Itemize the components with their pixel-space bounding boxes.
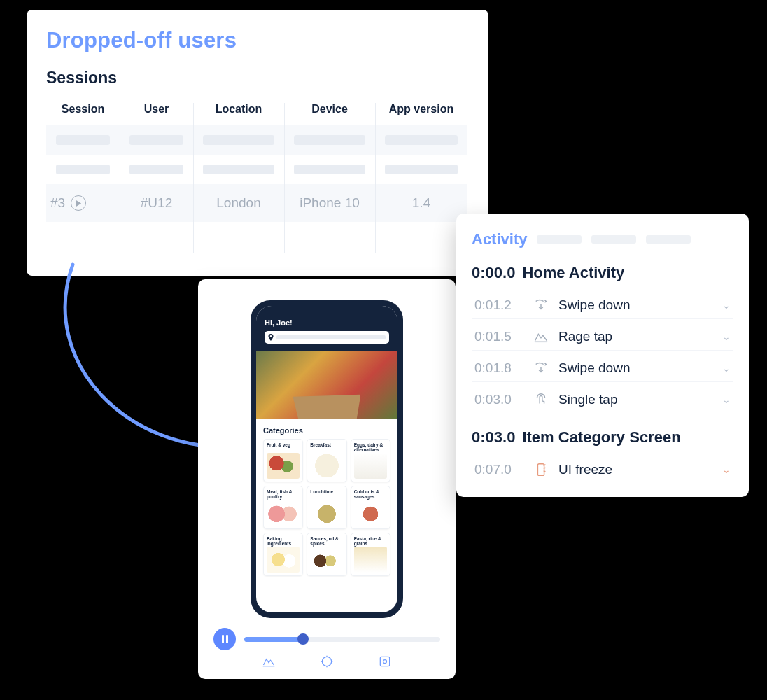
table-row[interactable]: [46, 125, 467, 155]
sessions-subtitle: Sessions: [46, 69, 469, 88]
tap-filter-icon[interactable]: [320, 654, 334, 668]
search-input[interactable]: [265, 331, 389, 344]
single-tap-icon: [533, 392, 549, 407]
device-frame: Hi, Joe! Categories Fruit & veg Breakfas…: [251, 300, 403, 618]
session-id: #3: [50, 195, 65, 211]
event-row[interactable]: 0:03.0 Single tap ⌄: [472, 386, 733, 413]
chevron-down-icon: ⌄: [722, 300, 731, 311]
col-device[interactable]: Device: [284, 103, 375, 125]
sessions-card: Dropped-off users Sessions Session User …: [27, 10, 488, 276]
swipe-down-icon: [533, 298, 549, 313]
device-screen: Hi, Joe! Categories Fruit & veg Breakfas…: [256, 306, 397, 612]
activity-panel: Activity 0:00.0 Home Activity 0:01.2 Swi…: [456, 214, 749, 497]
session-player: Hi, Joe! Categories Fruit & veg Breakfas…: [198, 279, 456, 679]
seek-slider[interactable]: [244, 637, 440, 642]
category-tile[interactable]: Sauces, oil & spices: [307, 533, 346, 576]
chevron-down-icon: ⌄: [722, 331, 731, 342]
page-title: Dropped-off users: [46, 28, 469, 53]
col-location[interactable]: Location: [193, 103, 284, 125]
event-row[interactable]: 0:01.2 Swipe down ⌄: [472, 292, 733, 319]
pin-icon: [268, 334, 274, 341]
category-tile[interactable]: Breakfast: [307, 439, 346, 482]
category-tile[interactable]: Cold cuts & sausages: [351, 486, 390, 529]
svg-rect-3: [537, 464, 544, 476]
col-session[interactable]: Session: [46, 103, 120, 125]
hero-image: [256, 351, 397, 419]
category-tile[interactable]: Pasta, rice & grains: [351, 533, 390, 576]
tab[interactable]: [537, 235, 582, 244]
swipe-down-icon: [533, 360, 549, 376]
screen-filter-icon[interactable]: [378, 654, 392, 668]
sessions-table: Session User Location Device App version…: [46, 103, 469, 222]
tab[interactable]: [591, 235, 636, 244]
categories-heading: Categories: [263, 426, 390, 435]
event-row[interactable]: 0:01.5 Rage tap ⌄: [472, 323, 733, 351]
chevron-down-icon: ⌄: [722, 464, 731, 475]
chevron-down-icon: ⌄: [722, 394, 731, 405]
svg-point-0: [322, 657, 331, 666]
pause-button[interactable]: [213, 628, 236, 650]
category-tile[interactable]: Eggs, dairy & alternatives: [351, 439, 390, 482]
greeting: Hi, Joe!: [265, 318, 389, 327]
table-row[interactable]: #3 #U12 London iPhone 10 1.4: [46, 184, 467, 222]
chevron-down-icon: ⌄: [722, 363, 731, 374]
play-icon[interactable]: [71, 195, 86, 211]
event-row[interactable]: 0:01.8 Swipe down ⌄: [472, 355, 733, 382]
location: London: [193, 195, 284, 211]
activity-tab[interactable]: Activity: [472, 230, 527, 248]
col-user[interactable]: User: [120, 103, 193, 125]
svg-rect-1: [380, 657, 389, 666]
col-app-version[interactable]: App version: [375, 103, 467, 125]
category-tile[interactable]: Fruit & veg: [263, 439, 303, 482]
app-version: 1.4: [375, 195, 467, 211]
table-row[interactable]: [46, 155, 467, 184]
user-id: #U12: [120, 195, 193, 211]
category-tile[interactable]: Lunchtime: [307, 486, 346, 529]
category-tile[interactable]: Baking ingredients: [263, 533, 303, 576]
tab[interactable]: [646, 235, 691, 244]
device: iPhone 10: [284, 195, 375, 211]
screen-heading: 0:00.0 Home Activity: [472, 264, 733, 282]
screen-heading: 0:03.0 Item Category Screen: [472, 428, 733, 447]
rage-tap-filter-icon[interactable]: [262, 654, 276, 668]
event-row[interactable]: 0:07.0 UI freeze ⌄: [472, 456, 733, 483]
ui-freeze-icon: [533, 462, 549, 477]
svg-point-2: [383, 660, 386, 664]
category-tile[interactable]: Meat, fish & poultry: [263, 486, 303, 529]
rage-tap-icon: [533, 329, 549, 344]
